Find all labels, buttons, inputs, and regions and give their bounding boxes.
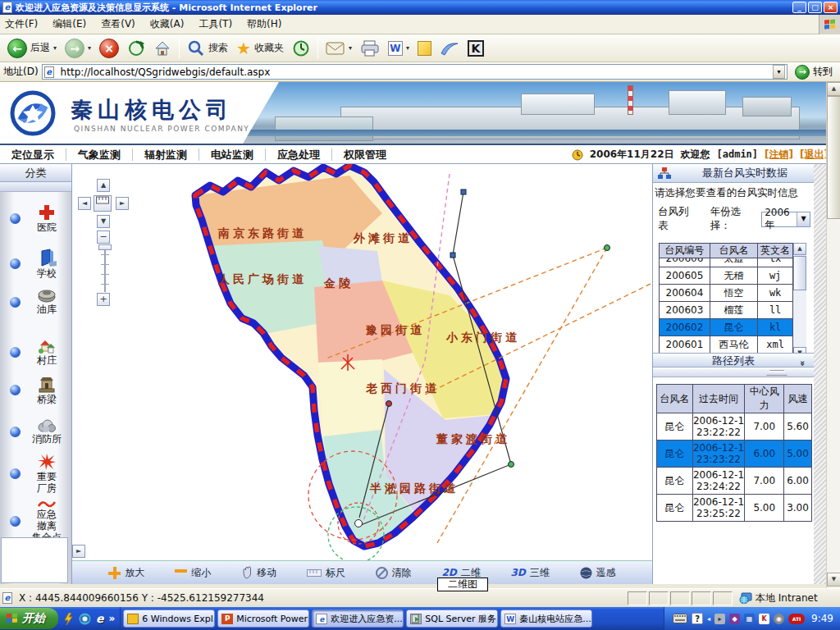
year-select[interactable]: 2006年 ▼: [761, 212, 810, 227]
detail-row-selected[interactable]: 昆仑 2006-12-1 23:23:22 6.00 5.00: [657, 441, 812, 468]
scroll-up-icon[interactable]: ▲: [793, 243, 806, 255]
taskbar-clock[interactable]: 9:49: [811, 613, 833, 624]
forward-dropdown-icon[interactable]: ▾: [88, 44, 91, 52]
sidebar-item-hospital[interactable]: 医院: [0, 203, 72, 233]
quicklaunch-overflow-icon[interactable]: »: [109, 613, 116, 624]
menu-help[interactable]: 帮助(H): [247, 17, 281, 31]
ie-quicklaunch-icon[interactable]: e: [96, 612, 104, 625]
pan-right-button[interactable]: ►: [116, 197, 129, 210]
sidebar-collapse-button[interactable]: ►: [72, 545, 85, 558]
map-canvas[interactable]: 南京东路街道 外滩街道 人民广场街道 金陵 豫园街道 小东门街道 老西门街道 董…: [72, 164, 652, 560]
mail-button[interactable]: ▾: [322, 39, 356, 57]
tray-app-icon[interactable]: ◆: [729, 614, 740, 624]
sphere-bullet-icon[interactable]: [10, 297, 21, 308]
menu-view[interactable]: 查看(V): [101, 17, 135, 31]
sphere-bullet-icon[interactable]: [10, 258, 21, 269]
track-point-red[interactable]: [386, 401, 392, 407]
sidebar-item-evacuation-point[interactable]: 应急 撤离 集合点: [0, 499, 72, 543]
keyboard-icon[interactable]: [673, 614, 687, 623]
k-tool-button[interactable]: K: [463, 39, 488, 58]
nav-item-permission[interactable]: 权限管理: [332, 148, 398, 161]
zoom-out-tool[interactable]: 缩小: [175, 566, 211, 580]
refresh-button[interactable]: [123, 38, 149, 59]
zoom-slider[interactable]: [100, 244, 110, 292]
nav-item-weather[interactable]: 气象监测: [66, 148, 133, 161]
zoom-in-step-button[interactable]: +: [97, 293, 110, 306]
sidebar-header[interactable]: 分类: [0, 164, 71, 182]
task-windows-explorer[interactable]: 6 Windows Expl...▼: [123, 609, 215, 628]
address-dropdown-button[interactable]: ▾: [773, 65, 785, 79]
zoom-out-step-button[interactable]: −: [97, 231, 110, 244]
go-button[interactable]: → 转到: [791, 63, 837, 81]
forward-button[interactable]: → ▾: [61, 37, 95, 60]
menu-tools[interactable]: 工具(T): [199, 17, 232, 31]
menu-favorites[interactable]: 收藏(A): [150, 17, 185, 31]
detail-row[interactable]: 昆仑 2006-12-1 23:24:22 7.00 6.00: [657, 468, 812, 495]
messenger-icon[interactable]: [63, 613, 74, 625]
task-powerpoint[interactable]: P Microsoft PowerP...: [217, 609, 309, 628]
home-button[interactable]: [149, 38, 176, 59]
scroll-up-icon[interactable]: ▲: [827, 82, 840, 96]
track-point-blue[interactable]: [461, 189, 466, 194]
tray-antivirus-icon[interactable]: K: [759, 614, 769, 624]
address-input[interactable]: [61, 66, 769, 78]
sphere-bullet-icon[interactable]: [10, 347, 21, 358]
track-point-green[interactable]: [605, 245, 610, 251]
path-list-bar[interactable]: 路径列表 »: [653, 353, 814, 368]
sphere-bullet-icon[interactable]: [10, 385, 21, 395]
menu-edit[interactable]: 编辑(E): [52, 17, 86, 31]
nav-item-locate[interactable]: 定位显示: [0, 148, 66, 161]
history-button[interactable]: [288, 38, 314, 59]
typhoon-row[interactable]: 200601 西马伦 xml: [660, 336, 793, 354]
sphere-bullet-icon[interactable]: [10, 516, 21, 527]
page-scrollbar[interactable]: ▲ ▼: [826, 82, 840, 588]
sidebar-item-oil-depot[interactable]: 油库: [0, 289, 72, 315]
pan-down-button[interactable]: ▼: [97, 215, 110, 228]
task-word-doc[interactable]: W 秦山核电站应急...: [500, 609, 592, 628]
nav-item-radiation[interactable]: 辐射监测: [133, 148, 199, 161]
help-tray-icon[interactable]: ?: [692, 613, 703, 624]
track-point-green[interactable]: [509, 462, 514, 468]
zoom-in-tool[interactable]: 放大: [108, 566, 144, 580]
search-button[interactable]: 搜索: [183, 38, 232, 59]
sidebar-item-fire-station[interactable]: 消防所: [0, 418, 72, 445]
edit-word-button[interactable]: W ▾: [384, 39, 413, 57]
sidebar-item-bridge[interactable]: 桥梁: [0, 374, 72, 405]
mail-dropdown-icon[interactable]: ▾: [349, 44, 352, 52]
logout-link[interactable]: [注销]: [765, 148, 793, 162]
typhoon-row[interactable]: 200603 榴莲 ll: [660, 302, 793, 319]
pan-tool[interactable]: 移动: [241, 566, 276, 580]
nav-item-emergency[interactable]: 应急处理: [266, 148, 332, 161]
sidebar-item-plant[interactable]: 重要 厂房: [0, 453, 72, 494]
scroll-thumb[interactable]: [793, 256, 806, 290]
track-point-blue[interactable]: [450, 253, 455, 258]
tray-sql-icon[interactable]: ▸: [714, 614, 725, 624]
discuss-button[interactable]: [436, 39, 463, 58]
task-ie-active[interactable]: e 欢迎进入应急资...: [312, 609, 404, 628]
panel-splitter[interactable]: [653, 368, 814, 377]
ruler-tool[interactable]: 标尺: [307, 566, 345, 580]
edit-dropdown-icon[interactable]: ▾: [406, 44, 409, 52]
remote-sensing-tool[interactable]: 遥感: [580, 566, 616, 580]
task-sql-server[interactable]: SQL Server 服务...: [406, 609, 498, 628]
menu-file[interactable]: 文件(F): [5, 17, 38, 31]
favorites-button[interactable]: ★ 收藏夹: [232, 37, 288, 60]
sidebar-item-village[interactable]: 村庄: [0, 338, 72, 366]
tray-grid-icon[interactable]: ▦: [744, 614, 755, 624]
detail-row[interactable]: 昆仑 2006-12-1 23:22:22 7.00 5.60: [657, 413, 812, 441]
back-button[interactable]: ← 后退 ▾: [3, 37, 61, 60]
sphere-bullet-icon[interactable]: [10, 427, 21, 437]
year-select-dropdown-icon[interactable]: ▼: [797, 212, 810, 226]
detail-row[interactable]: 昆仑 2006-12-1 23:25:22 5.00 3.00: [657, 495, 812, 522]
scale-tool-button[interactable]: [94, 195, 112, 212]
typhoon-row[interactable]: 200605 无稽 wj: [660, 267, 793, 285]
sidebar-item-school[interactable]: 学校: [0, 248, 72, 279]
typhoon-row-selected[interactable]: 200602 昆仑 kl: [660, 319, 793, 336]
splitter-handle-icon[interactable]: [763, 370, 791, 376]
start-button[interactable]: 开始: [0, 608, 58, 629]
tray-volume-icon[interactable]: ◉: [774, 614, 784, 624]
sphere-bullet-icon[interactable]: [10, 213, 21, 224]
back-dropdown-icon[interactable]: ▾: [53, 44, 57, 52]
notes-button[interactable]: [413, 39, 436, 57]
sphere-bullet-icon[interactable]: [10, 468, 21, 479]
